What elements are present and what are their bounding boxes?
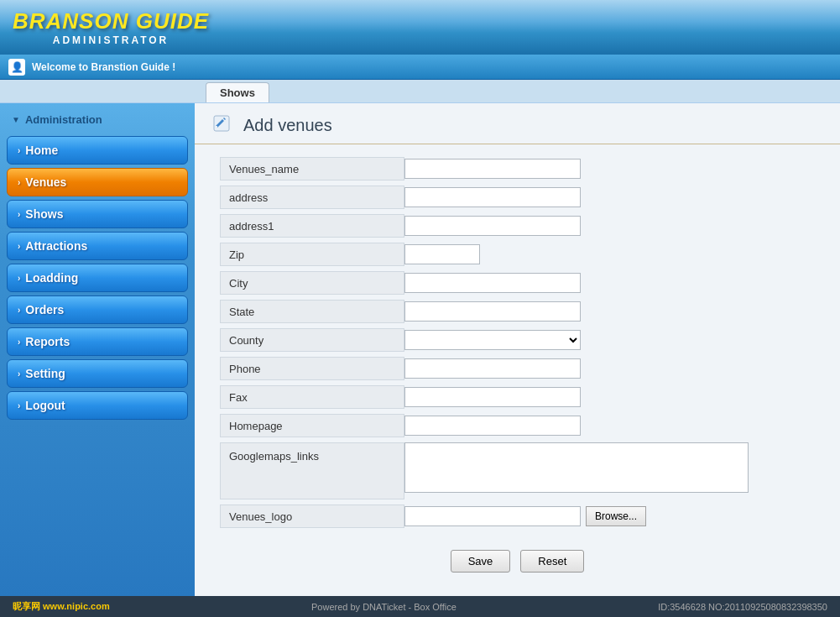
sidebar-item-label: Venues — [25, 175, 66, 189]
bullet-icon: › — [18, 210, 20, 219]
label-state: State — [220, 300, 404, 323]
bullet-icon: › — [18, 274, 20, 283]
page-title: Add venues — [243, 116, 332, 135]
bullet-icon: › — [18, 146, 20, 155]
save-button[interactable]: Save — [451, 550, 511, 573]
form-row-venues-name: Venues_name — [220, 157, 815, 180]
textarea-googlemaps[interactable] — [404, 442, 749, 493]
input-file-path[interactable] — [404, 506, 581, 526]
button-row: Save Reset — [195, 533, 840, 589]
sidebar-item-label: Reports — [25, 335, 70, 348]
sidebar-item-setting[interactable]: › Setting — [7, 359, 188, 388]
label-venues-logo: Venues_logo — [220, 505, 404, 528]
logo: BRANSON GUIDE ADMINISTRATOR — [13, 8, 209, 46]
bullet-icon: › — [18, 178, 20, 187]
input-homepage[interactable] — [404, 416, 581, 436]
input-state[interactable] — [404, 301, 581, 322]
form-area: Venues_name address address1 Zip City — [195, 157, 840, 528]
footer-center: Powered by DNATicket - Box Office — [311, 602, 457, 612]
sidebar-item-logout[interactable]: › Logout — [7, 391, 188, 420]
edit-icon — [211, 113, 235, 137]
sidebar-item-loadding[interactable]: › Loadding — [7, 264, 188, 292]
form-row-googlemaps: Googlemaps_links — [220, 442, 815, 499]
form-row-venues-logo: Venues_logo Browse... — [220, 505, 815, 528]
sidebar-item-attractions[interactable]: › Attractions — [7, 232, 188, 260]
bullet-icon: › — [18, 369, 20, 379]
label-zip: Zip — [220, 243, 404, 266]
label-venues-name: Venues_name — [220, 157, 404, 180]
label-county: County — [220, 328, 404, 352]
form-row-address1: address1 — [220, 214, 815, 238]
main-layout: ▼ Administration › Home › Venues › Shows… — [0, 103, 840, 596]
input-venues-name[interactable] — [404, 159, 581, 179]
input-phone[interactable] — [404, 358, 581, 379]
file-input-area: Browse... — [404, 506, 646, 526]
form-row-city: City — [220, 271, 815, 295]
user-icon: 👤 — [8, 59, 25, 76]
form-row-address: address — [220, 186, 815, 209]
select-county[interactable] — [404, 330, 581, 350]
sidebar: ▼ Administration › Home › Venues › Shows… — [0, 103, 195, 596]
bullet-icon: › — [18, 306, 20, 315]
reset-button[interactable]: Reset — [520, 550, 584, 573]
bullet-icon: › — [18, 242, 20, 251]
tab-shows[interactable]: Shows — [206, 82, 269, 102]
content-area: Add venues Venues_name address address1 … — [195, 103, 840, 596]
bullet-icon: › — [18, 337, 20, 347]
input-zip[interactable] — [404, 244, 480, 264]
app-header: BRANSON GUIDE ADMINISTRATOR — [0, 0, 840, 55]
sidebar-item-label: Logout — [25, 399, 65, 412]
sidebar-item-shows[interactable]: › Shows — [7, 200, 188, 228]
welcome-text: Welcome to Branstion Guide ! — [32, 61, 175, 73]
logo-subtitle: ADMINISTRATOR — [53, 34, 170, 46]
form-row-fax: Fax — [220, 385, 815, 409]
sidebar-item-label: Setting — [25, 367, 65, 380]
label-homepage: Homepage — [220, 414, 404, 437]
sidebar-item-reports[interactable]: › Reports — [7, 327, 188, 356]
label-phone: Phone — [220, 357, 404, 380]
sidebar-item-orders[interactable]: › Orders — [7, 295, 188, 324]
sidebar-item-label: Loadding — [25, 271, 78, 285]
label-googlemaps: Googlemaps_links — [220, 442, 404, 499]
section-label: Administration — [25, 113, 102, 126]
form-row-state: State — [220, 300, 815, 323]
footer-left: 昵享网 www.nipic.com — [13, 600, 110, 613]
input-fax[interactable] — [404, 387, 581, 407]
sidebar-item-venues[interactable]: › Venues — [7, 168, 188, 196]
bullet-icon: › — [18, 401, 20, 410]
input-city[interactable] — [404, 273, 581, 293]
page-header: Add venues — [195, 103, 840, 144]
footer-right: ID:3546628 NO:20110925080832398350 — [658, 602, 827, 612]
sidebar-item-label: Attractions — [25, 239, 87, 253]
sidebar-item-label: Shows — [25, 207, 63, 221]
sidebar-item-home[interactable]: › Home — [7, 136, 188, 165]
label-address1: address1 — [220, 214, 404, 238]
sidebar-item-label: Orders — [25, 303, 64, 316]
topbar: 👤 Welcome to Branstion Guide ! — [0, 55, 840, 80]
form-row-homepage: Homepage — [220, 414, 815, 437]
form-row-phone: Phone — [220, 357, 815, 380]
form-row-zip: Zip — [220, 243, 815, 266]
sidebar-item-label: Home — [25, 144, 58, 157]
browse-button[interactable]: Browse... — [586, 506, 646, 526]
input-address[interactable] — [404, 187, 581, 207]
section-arrow-icon: ▼ — [12, 115, 20, 124]
label-city: City — [220, 271, 404, 295]
form-row-county: County — [220, 328, 815, 352]
logo-title: BRANSON GUIDE — [13, 8, 209, 34]
sidebar-section-header: ▼ Administration — [7, 110, 188, 133]
label-address: address — [220, 186, 404, 209]
input-address1[interactable] — [404, 216, 581, 236]
label-fax: Fax — [220, 385, 404, 409]
tab-bar: Shows — [0, 80, 840, 103]
footer: 昵享网 www.nipic.com Powered by DNATicket -… — [0, 596, 840, 617]
